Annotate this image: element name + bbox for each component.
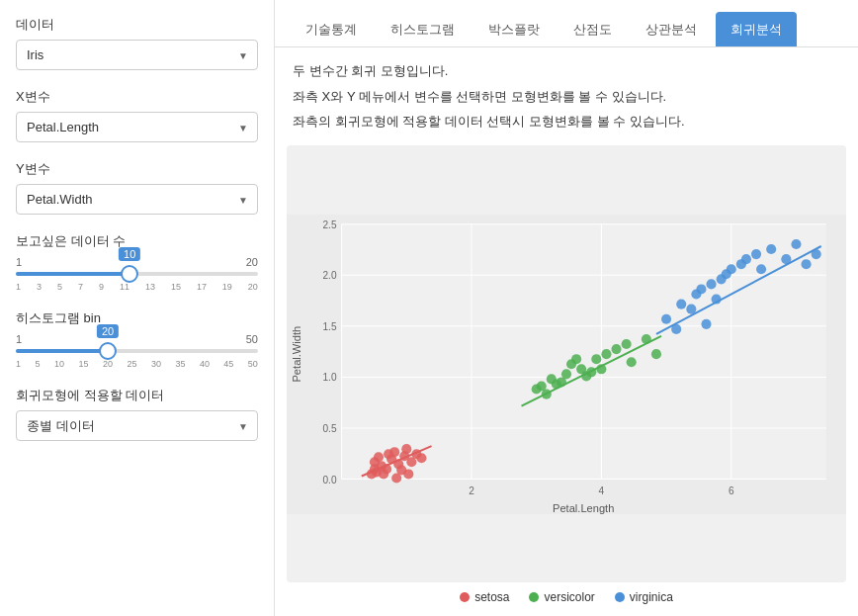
histogram-minmax: 1 50: [16, 333, 258, 345]
svg-point-33: [401, 444, 411, 454]
show-data-max: 20: [246, 256, 258, 268]
svg-text:Petal.Width: Petal.Width: [291, 325, 302, 382]
svg-text:1.0: 1.0: [322, 372, 336, 383]
sidebar: 데이터 Iris ▼ X변수 Petal.Length ▼ Y변수: [0, 0, 275, 616]
legend-setosa: setosa: [460, 590, 509, 604]
y-variable-section: Y변수 Petal.Width ▼: [16, 160, 258, 215]
svg-point-63: [661, 313, 671, 323]
setosa-label: setosa: [474, 590, 509, 604]
svg-text:2: 2: [469, 484, 474, 495]
show-data-section: 보고싶은 데이터 수 1 20 10 13579111315171920: [16, 232, 258, 292]
svg-point-72: [727, 264, 736, 274]
tab-boxplot[interactable]: 박스플랏: [473, 12, 555, 46]
data-select-wrapper: Iris ▼: [16, 40, 258, 70]
legend-virginica: virginica: [615, 590, 673, 604]
svg-point-76: [701, 318, 711, 328]
histogram-bubble: 20: [97, 324, 119, 338]
svg-text:0.5: 0.5: [322, 422, 336, 433]
svg-point-77: [717, 274, 727, 284]
desc-line1: 두 변수간 회귀 모형입니다.: [293, 61, 840, 81]
svg-point-82: [802, 259, 812, 269]
svg-text:0.0: 0.0: [322, 474, 336, 484]
svg-text:1.5: 1.5: [322, 320, 336, 331]
x-variable-section: X변수 Petal.Length ▼: [16, 88, 258, 142]
versicolor-dot: [529, 592, 539, 602]
svg-point-56: [537, 381, 547, 391]
tab-correlation[interactable]: 상관분석: [631, 12, 712, 46]
svg-point-36: [379, 469, 388, 479]
data-label: 데이터: [16, 16, 258, 34]
chart-area: 2.5 2.0 1.5 1.0 0.5 0.0 2 4 6 Petal.Widt…: [275, 145, 858, 617]
svg-point-74: [751, 249, 761, 259]
histogram-min: 1: [16, 333, 22, 345]
svg-text:4: 4: [599, 484, 605, 495]
main-content: 기술통계 히스토그램 박스플랏 산점도 상관분석 회귀분석 두 변수간 회귀 모…: [275, 0, 858, 616]
show-data-min: 1: [16, 256, 22, 268]
histogram-section: 히스토그램 bin 1 50 20 15101520253035404550: [16, 309, 258, 369]
app-container: 데이터 Iris ▼ X변수 Petal.Length ▼ Y변수: [0, 0, 858, 616]
y-select-wrapper: Petal.Width ▼: [16, 184, 258, 215]
svg-point-42: [416, 453, 426, 463]
svg-point-79: [766, 243, 776, 253]
svg-point-41: [403, 469, 413, 479]
data-select[interactable]: Iris: [16, 40, 258, 70]
versicolor-label: versicolor: [544, 590, 594, 604]
tab-regression[interactable]: 회귀분석: [716, 12, 797, 46]
y-variable-label: Y변수: [16, 160, 258, 178]
show-data-thumb[interactable]: 10: [121, 265, 138, 283]
svg-point-32: [374, 452, 384, 462]
svg-point-60: [627, 357, 637, 367]
svg-text:2.5: 2.5: [322, 219, 336, 229]
svg-rect-1: [342, 223, 826, 479]
x-select[interactable]: Petal.Length: [16, 112, 258, 142]
svg-text:Petal.Length: Petal.Length: [553, 501, 614, 513]
y-select[interactable]: Petal.Width: [16, 184, 258, 215]
tab-bar: 기술통계 히스토그램 박스플랏 산점도 상관분석 회귀분석: [275, 0, 858, 47]
legend-versicolor: versicolor: [529, 590, 594, 604]
desc-line2: 좌측 X와 Y 메뉴에서 변수를 선택하면 모형변화를 볼 수 있습니다.: [293, 87, 840, 107]
svg-point-62: [651, 349, 661, 359]
reg-select-wrapper: 종별 데이터 ▼: [16, 410, 258, 441]
svg-point-59: [622, 338, 632, 348]
svg-point-70: [696, 284, 706, 294]
scatter-plot: 2.5 2.0 1.5 1.0 0.5 0.0 2 4 6 Petal.Widt…: [287, 145, 846, 583]
description-area: 두 변수간 회귀 모형입니다. 좌측 X와 Y 메뉴에서 변수를 선택하면 모형…: [275, 47, 858, 145]
reg-data-select[interactable]: 종별 데이터: [16, 410, 258, 441]
histogram-max: 50: [246, 333, 258, 345]
histogram-thumb[interactable]: 20: [99, 342, 117, 360]
svg-point-47: [591, 354, 601, 364]
x-select-wrapper: Petal.Length ▼: [16, 112, 258, 142]
tab-histogram[interactable]: 히스토그램: [376, 12, 470, 46]
svg-point-51: [601, 349, 611, 359]
data-section: 데이터 Iris ▼: [16, 16, 258, 70]
svg-point-73: [741, 254, 751, 264]
virginica-label: virginica: [630, 590, 673, 604]
desc-line3: 좌측의 회귀모형에 적용할 데이터 선택시 모형변화를 볼 수 있습니다.: [293, 112, 840, 132]
show-data-ticks: 13579111315171920: [16, 282, 258, 292]
reg-data-label: 회귀모형에 적용할 데이터: [16, 387, 258, 404]
svg-point-64: [676, 299, 686, 308]
x-variable-label: X변수: [16, 88, 258, 106]
show-data-bubble: 10: [119, 247, 140, 261]
svg-point-66: [707, 279, 717, 289]
svg-point-57: [611, 344, 621, 354]
svg-point-78: [756, 264, 766, 274]
chart-wrapper: 2.5 2.0 1.5 1.0 0.5 0.0 2 4 6 Petal.Widt…: [287, 145, 846, 583]
virginica-dot: [615, 592, 625, 602]
svg-point-81: [791, 238, 801, 248]
tab-statistics[interactable]: 기술통계: [291, 12, 372, 46]
svg-point-38: [391, 473, 401, 483]
chart-legend: setosa versicolor virginica: [287, 582, 846, 608]
reg-section: 회귀모형에 적용할 데이터 종별 데이터 ▼: [16, 387, 258, 441]
setosa-dot: [460, 592, 470, 602]
svg-point-55: [571, 354, 581, 364]
histogram-ticks: 15101520253035404550: [16, 359, 258, 369]
histogram-label: 히스토그램 bin: [16, 309, 258, 327]
svg-point-34: [384, 449, 393, 459]
svg-text:6: 6: [729, 484, 734, 495]
svg-text:2.0: 2.0: [322, 270, 336, 281]
tab-scatter[interactable]: 산점도: [558, 12, 627, 46]
